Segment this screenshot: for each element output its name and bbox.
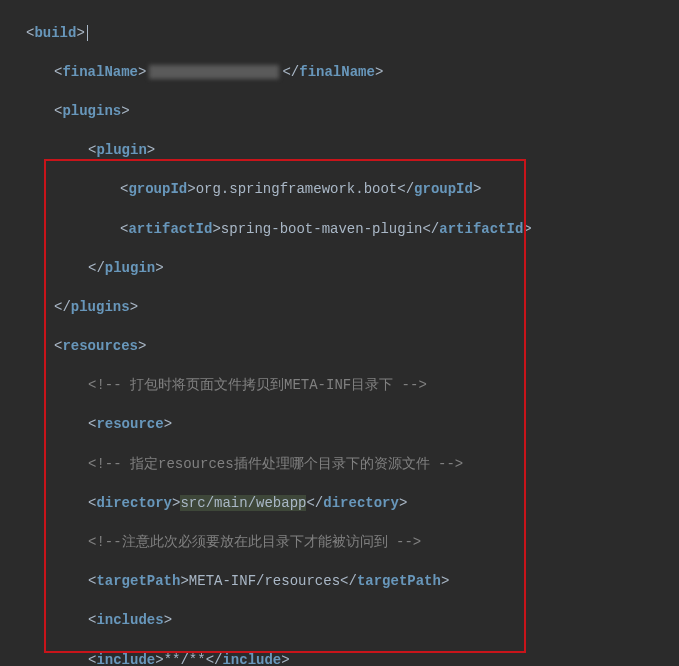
code-line: <artifactId>spring-boot-maven-plugin</ar… [8,220,671,240]
code-line: </plugins> [8,298,671,318]
code-comment: <!--注意此次必须要放在此目录下才能被访问到 --> [8,533,671,553]
code-line: </plugin> [8,259,671,279]
code-line: <groupId>org.springframework.boot</group… [8,180,671,200]
code-line: <includes> [8,611,671,631]
code-line: <resource> [8,415,671,435]
text-cursor [87,25,88,41]
redacted-text [149,65,279,79]
code-comment: <!-- 指定resources插件处理哪个目录下的资源文件 --> [8,455,671,475]
code-line: <include>**/**</include> [8,651,671,666]
code-line: <directory>src/main/webapp</directory> [8,494,671,514]
code-line: <targetPath>META-INF/resources</targetPa… [8,572,671,592]
code-line: <finalName></finalName> [8,63,671,83]
code-line: <plugins> [8,102,671,122]
code-comment: <!-- 打包时将页面文件拷贝到META-INF目录下 --> [8,376,671,396]
code-editor[interactable]: <build> <finalName></finalName> <plugins… [0,0,679,666]
code-line: <build> [8,24,671,44]
code-line: <resources> [8,337,671,357]
code-line: <plugin> [8,141,671,161]
